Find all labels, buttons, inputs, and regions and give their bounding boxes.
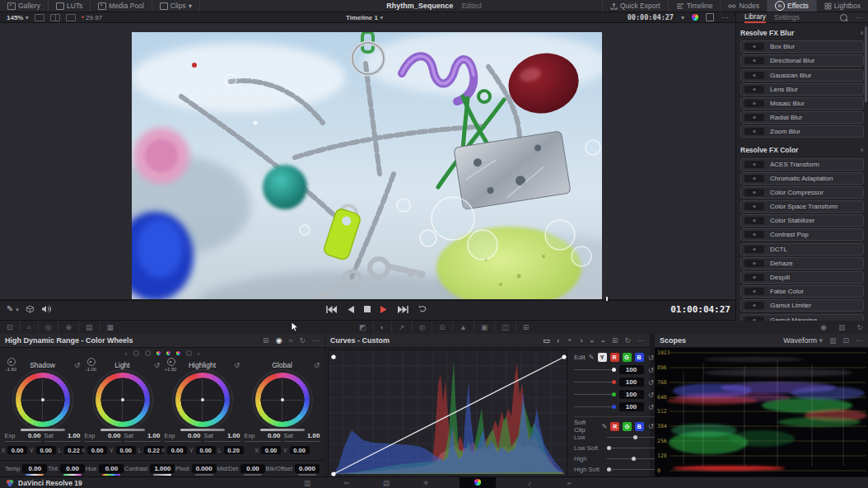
scopes-toggle-icon[interactable]: ▥ — [838, 323, 846, 331]
library-options-icon[interactable]: ⋯ — [856, 13, 863, 21]
skip-end-button[interactable] — [398, 306, 408, 313]
scope-expand-icon[interactable]: ⊡ — [842, 336, 849, 345]
page-dot-active[interactable] — [156, 351, 161, 355]
fx-item-false-color[interactable]: False Color — [740, 285, 864, 298]
contrast-value[interactable]: 1.000 — [150, 464, 175, 473]
r-gain-slider[interactable] — [574, 382, 616, 382]
page-next-icon[interactable]: › — [198, 350, 200, 358]
page-dot[interactable] — [186, 350, 192, 356]
enhanced-viewer-icon[interactable] — [66, 14, 76, 21]
y-value[interactable]: 0.00 — [196, 446, 216, 454]
color-wheels-icon[interactable]: ◎ — [39, 321, 59, 333]
sat-vs-sat-icon[interactable]: ◒ — [600, 336, 604, 345]
fairlight-page-button[interactable]: ♪ — [524, 478, 535, 488]
media-page-button[interactable]: ▥ — [301, 478, 313, 488]
fusion-page-button[interactable]: ✳ — [420, 478, 432, 488]
b-gain-value[interactable]: 100 — [619, 402, 644, 411]
sat-value[interactable]: 1.00 — [307, 432, 320, 439]
fx-item-despill[interactable]: Despill — [740, 271, 864, 284]
color-viewer-icon[interactable] — [692, 14, 698, 21]
sat-value[interactable]: 1.00 — [68, 432, 81, 439]
temp-value[interactable]: 0.00 — [22, 464, 47, 473]
fx-item-gaussian-blur[interactable]: Gaussian Blur — [740, 69, 864, 82]
3d-viewer-icon[interactable] — [26, 305, 35, 313]
curves-graph[interactable] — [328, 350, 567, 477]
custom-curves-icon[interactable]: ▭ — [543, 336, 550, 345]
x-value[interactable]: 0.00 — [7, 446, 27, 454]
fx-item-color-compressor[interactable]: Color Compressor — [740, 186, 864, 199]
tab-library[interactable]: Library — [744, 12, 766, 23]
key-palette-icon[interactable]: ◫ — [495, 321, 516, 333]
loop-button[interactable] — [418, 305, 428, 313]
bypass-eye-icon[interactable]: ◉ — [820, 323, 827, 331]
y-gain-slider[interactable] — [574, 369, 616, 370]
global-color-wheel[interactable] — [255, 373, 310, 427]
g-gain-slider[interactable] — [574, 394, 616, 395]
reset-icon[interactable]: ↺ — [647, 354, 656, 362]
fx-item-dehaze[interactable]: Dehaze — [740, 257, 864, 270]
clips-button[interactable]: Clips▾ — [152, 0, 200, 12]
channel-b-button[interactable]: B — [635, 353, 644, 362]
page-prev-icon[interactable]: ‹ — [125, 350, 128, 358]
scope-settings-icon[interactable]: ▥ — [829, 336, 837, 345]
r-gain-value[interactable]: 100 — [619, 378, 644, 387]
x-value[interactable]: 0.00 — [87, 446, 107, 454]
page-dot-active[interactable] — [176, 351, 180, 355]
fx-item-dctl[interactable]: DCTL — [740, 243, 864, 256]
section-resolve-fx-color[interactable]: Resolve FX Color∧ — [740, 144, 864, 156]
page-dot[interactable] — [133, 350, 139, 356]
rgb-mixer-icon[interactable]: ▤ — [79, 321, 100, 333]
tint-value[interactable]: 0.00 — [60, 464, 85, 473]
sat-value[interactable]: 1.00 — [147, 432, 161, 439]
soft-clip-r-button[interactable]: R — [610, 422, 619, 431]
g-gain-value[interactable]: 100 — [619, 390, 644, 399]
split-viewer-icon[interactable] — [50, 14, 60, 21]
video-frame[interactable] — [132, 32, 602, 299]
exp-value[interactable]: 0.00 — [188, 432, 201, 439]
exp-value[interactable]: 0.00 — [28, 432, 41, 439]
tab-settings[interactable]: Settings — [774, 13, 800, 22]
graph-mode-icon[interactable]: ≈ — [289, 336, 293, 345]
hdr-settings-icon[interactable]: ↻ — [299, 336, 306, 345]
reset-icon[interactable]: ↺ — [647, 391, 656, 399]
exp-value[interactable]: 0.00 — [268, 432, 281, 439]
camera-raw-icon[interactable]: ⊡ — [0, 321, 21, 333]
annotate-tool[interactable]: ✎ ▾ — [7, 304, 19, 313]
timeline-button[interactable]: Timeline — [668, 0, 721, 12]
x-value[interactable]: 0.00 — [261, 446, 281, 454]
page-dot-active[interactable] — [166, 351, 170, 355]
fx-item-aces-transform[interactable]: ACES Transform — [740, 158, 864, 171]
color-match-icon[interactable]: ⌗ — [21, 321, 39, 333]
waveform-scope[interactable]: 1023 896 768 640 512 384 256 128 0 — [655, 348, 868, 477]
edit-page-button[interactable]: ▤ — [380, 478, 392, 488]
sat-value[interactable]: 1.00 — [227, 432, 240, 439]
reset-icon[interactable]: ↺ — [647, 378, 656, 387]
shadow-color-wheel[interactable] — [16, 373, 70, 427]
sizing-icon[interactable]: ⊞ — [516, 321, 536, 333]
section-resolve-fx-blur[interactable]: Resolve FX Blur∧ — [740, 27, 864, 39]
fx-item-color-space-transform[interactable]: Color Space Transform — [740, 200, 864, 213]
reset-icon[interactable]: ↺ — [647, 366, 656, 374]
hue-vs-lum-icon[interactable]: ◑ — [579, 336, 583, 345]
mid-det-value[interactable]: 0.00 — [240, 464, 265, 473]
soft-clip-g-button[interactable]: G — [623, 422, 632, 431]
reset-icon[interactable]: ↺ — [154, 361, 161, 369]
hue-vs-hue-icon[interactable]: ◐ — [557, 336, 561, 345]
search-icon[interactable] — [840, 14, 847, 21]
color-page-button[interactable] — [460, 477, 496, 488]
deliver-page-button[interactable]: ➢ — [563, 478, 575, 488]
x-value[interactable]: 0.00 — [167, 446, 187, 454]
hue-vs-sat-icon[interactable]: ◓ — [567, 336, 572, 345]
window-icon[interactable]: ◎ — [413, 321, 433, 333]
nodes-button[interactable]: Nodes — [720, 0, 767, 12]
expand-panel-icon[interactable]: ⊞ — [612, 336, 618, 345]
scope-mode-select[interactable]: Waveform ▾ — [783, 336, 823, 345]
fx-item-zoom-blur[interactable]: Zoom Blur — [740, 125, 864, 138]
pivot-value[interactable]: 0.000 — [192, 464, 217, 473]
curves-settings-icon[interactable]: ↻ — [624, 336, 631, 345]
link-channels-icon[interactable]: ✎ — [602, 423, 608, 430]
y-value[interactable]: 0.00 — [116, 446, 136, 454]
reset-icon[interactable]: ↺ — [74, 361, 81, 369]
channel-r-button[interactable]: R — [610, 353, 619, 362]
play-button[interactable] — [380, 306, 388, 313]
